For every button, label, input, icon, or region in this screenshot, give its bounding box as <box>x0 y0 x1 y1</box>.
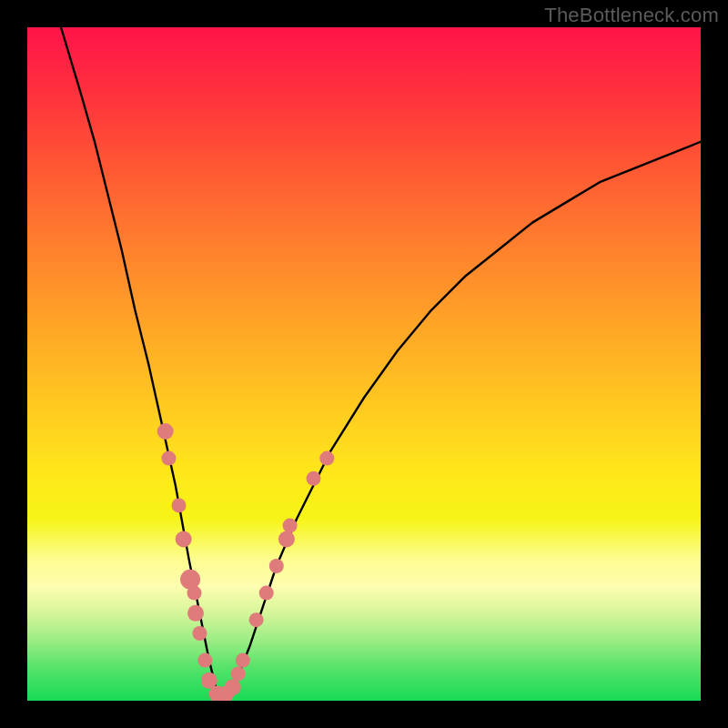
marker-group <box>157 423 335 701</box>
plot-area <box>27 27 701 701</box>
chart-svg <box>27 27 701 701</box>
data-marker <box>176 531 192 547</box>
data-marker <box>187 586 202 601</box>
data-marker <box>278 531 295 547</box>
data-marker <box>172 498 187 512</box>
data-marker <box>259 586 274 601</box>
data-marker <box>236 653 250 668</box>
data-marker <box>269 559 284 573</box>
data-marker <box>225 679 241 695</box>
data-marker <box>157 423 174 440</box>
chart-frame: TheBottleneck.com <box>0 0 728 728</box>
bottleneck-curve <box>61 27 701 694</box>
watermark-text: TheBottleneck.com <box>544 4 719 27</box>
data-marker <box>197 653 212 668</box>
data-marker <box>161 451 176 466</box>
data-marker <box>192 626 207 641</box>
data-marker <box>283 519 298 533</box>
data-marker <box>307 471 321 486</box>
data-marker <box>319 451 334 466</box>
data-marker <box>231 666 246 681</box>
data-marker <box>249 612 264 627</box>
data-marker <box>187 605 204 622</box>
